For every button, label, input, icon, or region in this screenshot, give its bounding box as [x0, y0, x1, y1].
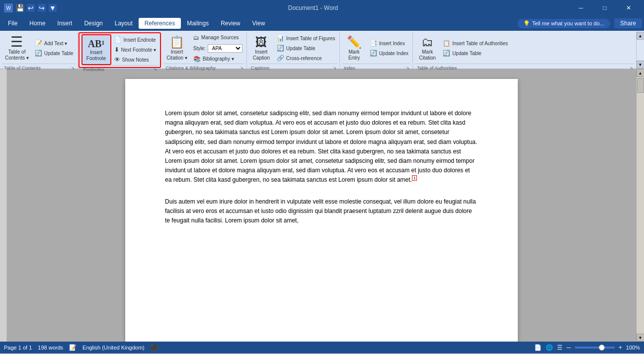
show-notes-icon: 👁 — [114, 56, 120, 63]
menu-review[interactable]: Review — [215, 18, 246, 29]
authorities-buttons: 🗂 MarkCitation 📋 Insert Table of Authori… — [415, 33, 634, 64]
citations-buttons: 📋 InsertCitation ▾ 🗂 Manage Sources Styl… — [163, 33, 244, 64]
menu-references[interactable]: References — [139, 18, 181, 29]
zoom-in-button[interactable]: + — [619, 344, 622, 351]
tell-me-input[interactable]: 💡 Tell me what you want to do... — [517, 19, 610, 28]
add-text-label: Add Text ▾ — [44, 41, 68, 46]
insert-table-auth-icon: 📋 — [443, 40, 450, 47]
insert-table-auth-label: Insert Table of Authorities — [452, 41, 508, 46]
lightbulb-icon: 💡 — [523, 20, 530, 27]
scroll-up-arrow[interactable]: ▲ — [637, 69, 644, 77]
undo-button[interactable]: ↩ — [27, 4, 35, 12]
mark-entry-icon: ✏️ — [347, 35, 362, 50]
mark-entry-button[interactable]: ✏️ MarkEntry — [342, 33, 367, 64]
ribbon: ☰ Table ofContents ▾ 📝 Add Text ▾ 🔄 Upda… — [0, 31, 644, 69]
paragraph-1: Lorem ipsum dolor sit amet, consetetur s… — [165, 109, 478, 185]
redo-button[interactable]: ↪ — [38, 4, 46, 12]
menu-file[interactable]: File — [2, 18, 23, 29]
mark-entry-label: MarkEntry — [348, 49, 360, 61]
ribbon-group-toc: ☰ Table ofContents ▾ 📝 Add Text ▾ 🔄 Upda… — [0, 32, 78, 69]
insert-table-figures-label: Insert Table of Figures — [286, 36, 335, 41]
document-page[interactable]: Lorem ipsum dolor sit amet, consetetur s… — [125, 79, 518, 342]
menu-home[interactable]: Home — [23, 18, 51, 29]
quick-access-button[interactable]: ▼ — [49, 4, 57, 12]
document-area[interactable]: Lorem ipsum dolor sit amet, consetetur s… — [7, 69, 636, 342]
view-web-icon[interactable]: 🌐 — [546, 344, 553, 351]
insert-caption-button[interactable]: 🖼 InsertCaption — [249, 33, 274, 64]
ribbon-scrollbar: ▲ ▼ — [636, 32, 644, 69]
maximize-button[interactable]: □ — [593, 0, 616, 16]
toc-buttons: ☰ Table ofContents ▾ 📝 Add Text ▾ 🔄 Upda… — [2, 33, 76, 64]
update-table-toc-button[interactable]: 🔄 Update Table — [33, 49, 76, 58]
update-table-captions-button[interactable]: 🔄 Update Table — [275, 44, 337, 53]
scroll-down-arrow[interactable]: ▼ — [637, 334, 644, 342]
menu-layout[interactable]: Layout — [109, 18, 139, 29]
save-button[interactable]: 💾 — [16, 4, 24, 12]
next-footnote-button[interactable]: ⬇ Next Footnote ▾ — [112, 45, 159, 54]
index-buttons: ✏️ MarkEntry 📑 Insert Index 🔄 Update Ind… — [342, 33, 411, 64]
cross-reference-button[interactable]: 🔗 Cross-reference — [275, 54, 337, 63]
scrollbar-right: ▲ ▼ — [636, 69, 644, 342]
manage-sources-icon: 🗂 — [193, 34, 199, 41]
title-bar-controls: W 💾 ↩ ↪ ▼ — [4, 3, 57, 12]
footnotes-small-buttons: 📄 Insert Endnote ⬇ Next Footnote ▾ 👁 Sho… — [112, 35, 159, 64]
zoom-out-button[interactable]: ─ — [566, 344, 571, 351]
view-outline-icon[interactable]: ☰ — [557, 344, 563, 351]
menu-design[interactable]: Design — [78, 18, 108, 29]
zoom-thumb — [599, 345, 605, 351]
menu-view[interactable]: View — [246, 18, 271, 29]
captions-buttons: 🖼 InsertCaption 📊 Insert Table of Figure… — [249, 33, 337, 64]
menu-mailings[interactable]: Mailings — [181, 18, 215, 29]
insert-table-figures-icon: 📊 — [277, 35, 284, 42]
doc-title: Document1 - Word — [57, 4, 569, 11]
ribbon-scroll-up[interactable]: ▲ — [637, 32, 644, 40]
insert-index-button[interactable]: 📑 Insert Index — [368, 39, 411, 48]
ribbon-group-captions: 🖼 InsertCaption 📊 Insert Table of Figure… — [247, 32, 340, 69]
ribbon-section: ☰ Table ofContents ▾ 📝 Add Text ▾ 🔄 Upda… — [0, 32, 644, 69]
share-button[interactable]: Share — [614, 18, 642, 28]
mark-citation-label: MarkCitation — [419, 49, 436, 61]
add-text-button[interactable]: 📝 Add Text ▾ — [33, 39, 76, 48]
footnotes-buttons: AB¹ InsertFootnote 📄 Insert Endnote ⬇ Ne… — [81, 34, 159, 65]
ribbon-scroll-down[interactable]: ▼ — [637, 61, 644, 69]
insert-table-of-figures-button[interactable]: 📊 Insert Table of Figures — [275, 34, 337, 43]
next-footnote-icon: ⬇ — [114, 46, 119, 53]
citations-small-buttons: 🗂 Manage Sources Style: APA MLA Chicago … — [191, 33, 244, 64]
app-icon: W — [4, 3, 13, 12]
page-info: Page 1 of 1 — [4, 345, 32, 351]
paragraph-1-text: Lorem ipsum dolor sit amet, consetetur s… — [165, 110, 477, 183]
menu-bar: File Home Insert Design Layout Reference… — [0, 16, 644, 31]
toc-label: Table ofContents ▾ — [5, 49, 29, 61]
manage-sources-button[interactable]: 🗂 Manage Sources — [191, 33, 244, 42]
update-index-button[interactable]: 🔄 Update Index — [368, 49, 411, 58]
manage-sources-label: Manage Sources — [201, 35, 239, 40]
ribbon-group-citations: 📋 InsertCitation ▾ 🗂 Manage Sources Styl… — [161, 32, 247, 69]
style-select[interactable]: APA MLA Chicago — [208, 44, 242, 53]
bibliography-button[interactable]: 📚 Bibliography ▾ — [191, 55, 244, 64]
zoom-slider[interactable] — [575, 347, 615, 349]
ribbon-group-footnotes: AB¹ InsertFootnote 📄 Insert Endnote ⬇ Ne… — [79, 32, 161, 68]
view-print-icon[interactable]: 📄 — [534, 344, 542, 351]
show-notes-button[interactable]: 👁 Show Notes — [112, 55, 159, 64]
insert-footnote-button[interactable]: AB¹ InsertFootnote — [81, 34, 111, 65]
scroll-thumb[interactable] — [637, 78, 644, 93]
style-label: Style: — [193, 46, 206, 51]
footnote-ref-1: 1 — [412, 175, 417, 181]
update-table-captions-label: Update Table — [286, 46, 316, 51]
mark-citation-icon: 🗂 — [421, 35, 433, 50]
table-of-contents-button[interactable]: ☰ Table ofContents ▾ — [2, 33, 32, 64]
update-table-auth-label: Update Table — [452, 51, 482, 56]
ribbon-group-authorities: 🗂 MarkCitation 📋 Insert Table of Authori… — [413, 32, 636, 69]
close-button[interactable]: ✕ — [617, 0, 640, 16]
minimize-button[interactable]: ─ — [569, 0, 592, 16]
cross-reference-label: Cross-reference — [286, 56, 322, 61]
update-table-authority-button[interactable]: 🔄 Update Table — [441, 49, 510, 58]
ribbon-group-index: ✏️ MarkEntry 📑 Insert Index 🔄 Update Ind… — [340, 32, 413, 69]
insert-citation-icon: 📋 — [169, 35, 184, 50]
insert-endnote-button[interactable]: 📄 Insert Endnote — [112, 35, 159, 44]
insert-citation-button[interactable]: 📋 InsertCitation ▾ — [163, 33, 190, 64]
mark-citation-button[interactable]: 🗂 MarkCitation — [415, 33, 440, 64]
insert-table-authorities-button[interactable]: 📋 Insert Table of Authorities — [441, 39, 510, 48]
insert-caption-icon: 🖼 — [255, 35, 267, 50]
menu-insert[interactable]: Insert — [51, 18, 78, 29]
